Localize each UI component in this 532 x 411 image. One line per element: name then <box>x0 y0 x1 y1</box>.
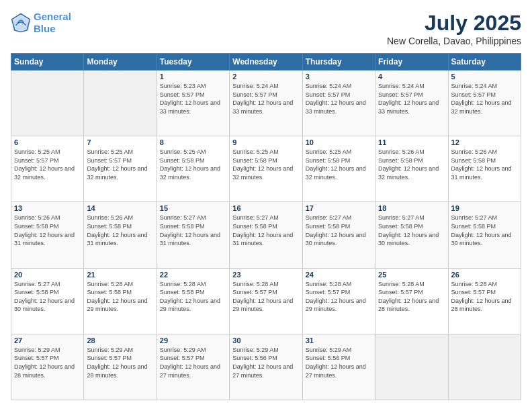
day-number: 16 <box>232 204 299 212</box>
day-header-row: Sunday Monday Tuesday Wednesday Thursday… <box>11 54 521 71</box>
col-monday: Monday <box>84 54 157 71</box>
subtitle: New Corella, Davao, Philippines <box>387 36 521 46</box>
col-tuesday: Tuesday <box>157 54 229 71</box>
day-number: 25 <box>378 271 445 279</box>
day-number: 5 <box>451 73 518 81</box>
day-info: Sunrise: 5:27 AM Sunset: 5:58 PM Dayligh… <box>14 280 81 314</box>
day-number: 3 <box>306 73 372 81</box>
calendar-cell: 8Sunrise: 5:25 AM Sunset: 5:58 PM Daylig… <box>157 136 229 202</box>
calendar-cell: 11Sunrise: 5:26 AM Sunset: 5:58 PM Dayli… <box>375 136 448 202</box>
day-info: Sunrise: 5:29 AM Sunset: 5:57 PM Dayligh… <box>14 346 81 379</box>
logo: General Blue <box>11 11 71 35</box>
calendar-cell: 14Sunrise: 5:26 AM Sunset: 5:58 PM Dayli… <box>84 202 157 268</box>
day-info: Sunrise: 5:28 AM Sunset: 5:57 PM Dayligh… <box>232 280 299 314</box>
day-number: 1 <box>160 73 226 81</box>
calendar-cell: 24Sunrise: 5:28 AM Sunset: 5:57 PM Dayli… <box>302 268 375 334</box>
calendar-cell: 2Sunrise: 5:24 AM Sunset: 5:57 PM Daylig… <box>230 71 302 136</box>
day-info: Sunrise: 5:25 AM Sunset: 5:58 PM Dayligh… <box>306 148 372 181</box>
calendar-cell <box>375 334 448 400</box>
calendar-cell: 17Sunrise: 5:27 AM Sunset: 5:58 PM Dayli… <box>302 202 375 268</box>
header: General Blue July 2025 New Corella, Dava… <box>11 11 521 46</box>
calendar-cell: 23Sunrise: 5:28 AM Sunset: 5:57 PM Dayli… <box>230 268 302 334</box>
day-number: 18 <box>378 204 445 212</box>
col-thursday: Thursday <box>302 54 375 71</box>
day-number: 26 <box>451 271 518 279</box>
calendar-cell: 18Sunrise: 5:27 AM Sunset: 5:58 PM Dayli… <box>375 202 448 268</box>
day-number: 6 <box>14 138 81 146</box>
calendar-cell: 29Sunrise: 5:29 AM Sunset: 5:57 PM Dayli… <box>157 334 229 400</box>
day-info: Sunrise: 5:27 AM Sunset: 5:58 PM Dayligh… <box>451 214 518 247</box>
calendar-cell: 19Sunrise: 5:27 AM Sunset: 5:58 PM Dayli… <box>448 202 521 268</box>
page: General Blue July 2025 New Corella, Dava… <box>0 0 532 411</box>
day-info: Sunrise: 5:27 AM Sunset: 5:58 PM Dayligh… <box>378 214 445 247</box>
calendar-cell: 21Sunrise: 5:28 AM Sunset: 5:58 PM Dayli… <box>84 268 157 334</box>
day-number: 8 <box>160 138 226 146</box>
col-wednesday: Wednesday <box>230 54 302 71</box>
day-number: 23 <box>232 271 299 279</box>
day-info: Sunrise: 5:28 AM Sunset: 5:57 PM Dayligh… <box>451 280 518 314</box>
logo-text: General Blue <box>34 11 71 35</box>
calendar-cell: 28Sunrise: 5:29 AM Sunset: 5:57 PM Dayli… <box>84 334 157 400</box>
calendar-cell <box>84 71 157 136</box>
day-info: Sunrise: 5:26 AM Sunset: 5:58 PM Dayligh… <box>14 214 81 247</box>
day-number: 22 <box>160 271 226 279</box>
day-info: Sunrise: 5:24 AM Sunset: 5:57 PM Dayligh… <box>378 82 445 116</box>
day-number: 14 <box>87 204 153 212</box>
day-info: Sunrise: 5:27 AM Sunset: 5:58 PM Dayligh… <box>306 214 372 247</box>
day-info: Sunrise: 5:25 AM Sunset: 5:58 PM Dayligh… <box>232 148 299 181</box>
day-number: 10 <box>306 138 372 146</box>
day-number: 24 <box>306 271 372 279</box>
day-number: 20 <box>14 271 81 279</box>
calendar-week-row: 6Sunrise: 5:25 AM Sunset: 5:57 PM Daylig… <box>11 136 521 202</box>
calendar-week-row: 13Sunrise: 5:26 AM Sunset: 5:58 PM Dayli… <box>11 202 521 268</box>
day-info: Sunrise: 5:27 AM Sunset: 5:58 PM Dayligh… <box>160 214 226 247</box>
day-info: Sunrise: 5:29 AM Sunset: 5:57 PM Dayligh… <box>87 346 153 379</box>
day-number: 4 <box>378 73 445 81</box>
day-number: 30 <box>232 336 299 345</box>
calendar-cell: 22Sunrise: 5:28 AM Sunset: 5:58 PM Dayli… <box>157 268 229 334</box>
main-title: July 2025 <box>387 11 521 36</box>
day-info: Sunrise: 5:23 AM Sunset: 5:57 PM Dayligh… <box>160 82 226 116</box>
calendar-body: 1Sunrise: 5:23 AM Sunset: 5:57 PM Daylig… <box>11 71 521 400</box>
day-number: 19 <box>451 204 518 212</box>
calendar-week-row: 1Sunrise: 5:23 AM Sunset: 5:57 PM Daylig… <box>11 71 521 136</box>
calendar-cell <box>448 334 521 400</box>
calendar-cell: 27Sunrise: 5:29 AM Sunset: 5:57 PM Dayli… <box>11 334 84 400</box>
day-number: 31 <box>306 336 372 345</box>
day-info: Sunrise: 5:28 AM Sunset: 5:58 PM Dayligh… <box>87 280 153 314</box>
logo-line1: General <box>34 11 71 22</box>
day-info: Sunrise: 5:29 AM Sunset: 5:57 PM Dayligh… <box>160 346 226 379</box>
calendar-week-row: 20Sunrise: 5:27 AM Sunset: 5:58 PM Dayli… <box>11 268 521 334</box>
day-number: 29 <box>160 336 226 345</box>
day-info: Sunrise: 5:26 AM Sunset: 5:58 PM Dayligh… <box>451 148 518 181</box>
calendar-cell: 26Sunrise: 5:28 AM Sunset: 5:57 PM Dayli… <box>448 268 521 334</box>
logo-icon <box>11 13 31 33</box>
calendar-cell: 15Sunrise: 5:27 AM Sunset: 5:58 PM Dayli… <box>157 202 229 268</box>
calendar-cell <box>11 71 84 136</box>
title-block: July 2025 New Corella, Davao, Philippine… <box>387 11 521 46</box>
day-info: Sunrise: 5:28 AM Sunset: 5:57 PM Dayligh… <box>306 280 372 314</box>
calendar-cell: 4Sunrise: 5:24 AM Sunset: 5:57 PM Daylig… <box>375 71 448 136</box>
day-info: Sunrise: 5:26 AM Sunset: 5:58 PM Dayligh… <box>87 214 153 247</box>
day-number: 15 <box>160 204 226 212</box>
day-number: 2 <box>232 73 299 81</box>
calendar-cell: 1Sunrise: 5:23 AM Sunset: 5:57 PM Daylig… <box>157 71 229 136</box>
calendar-cell: 16Sunrise: 5:27 AM Sunset: 5:58 PM Dayli… <box>230 202 302 268</box>
day-number: 28 <box>87 336 153 345</box>
calendar-cell: 20Sunrise: 5:27 AM Sunset: 5:58 PM Dayli… <box>11 268 84 334</box>
calendar-cell: 30Sunrise: 5:29 AM Sunset: 5:56 PM Dayli… <box>230 334 302 400</box>
day-number: 17 <box>306 204 372 212</box>
day-info: Sunrise: 5:25 AM Sunset: 5:58 PM Dayligh… <box>160 148 226 181</box>
day-info: Sunrise: 5:24 AM Sunset: 5:57 PM Dayligh… <box>232 82 299 116</box>
calendar-cell: 10Sunrise: 5:25 AM Sunset: 5:58 PM Dayli… <box>302 136 375 202</box>
day-number: 27 <box>14 336 81 345</box>
calendar-header: Sunday Monday Tuesday Wednesday Thursday… <box>11 54 521 71</box>
day-number: 21 <box>87 271 153 279</box>
day-info: Sunrise: 5:28 AM Sunset: 5:57 PM Dayligh… <box>378 280 445 314</box>
day-info: Sunrise: 5:24 AM Sunset: 5:57 PM Dayligh… <box>451 82 518 116</box>
day-number: 11 <box>378 138 445 146</box>
day-number: 7 <box>87 138 153 146</box>
calendar-cell: 5Sunrise: 5:24 AM Sunset: 5:57 PM Daylig… <box>448 71 521 136</box>
calendar-cell: 25Sunrise: 5:28 AM Sunset: 5:57 PM Dayli… <box>375 268 448 334</box>
col-sunday: Sunday <box>11 54 84 71</box>
